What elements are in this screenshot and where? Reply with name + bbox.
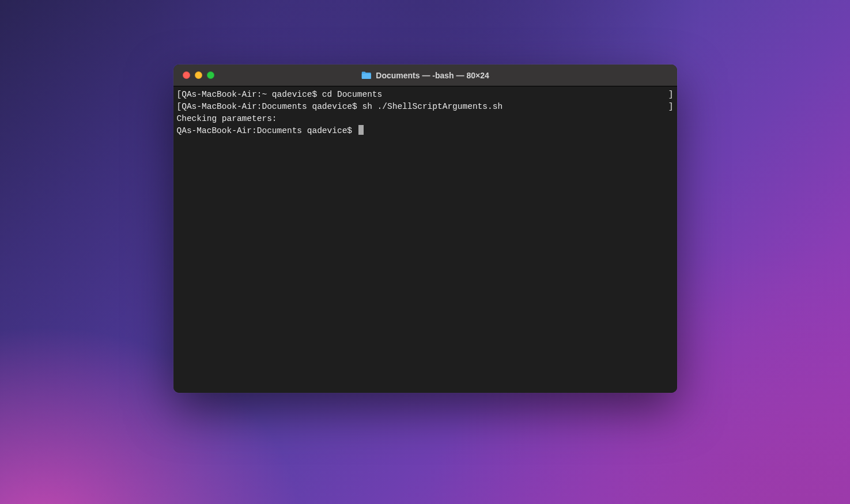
line-bracket-close: ] [668, 89, 674, 101]
terminal-line-text: QAs-MacBook-Air:Documents qadevice$ sh .… [182, 101, 668, 113]
prompt-text: QAs-MacBook-Air:Documents qadevice$ [177, 126, 357, 135]
command-text: cd Documents [322, 90, 382, 99]
terminal-line: [QAs-MacBook-Air:Documents qadevice$ sh … [177, 101, 674, 113]
prompt-text: QAs-MacBook-Air:~ qadevice$ [182, 90, 322, 99]
window-titlebar[interactable]: Documents — -bash — 80×24 [173, 65, 677, 86]
terminal-line: Checking parameters: [177, 113, 674, 125]
close-button[interactable] [183, 71, 190, 79]
traffic-lights [183, 71, 214, 79]
desktop-background: Documents — -bash — 80×24 [QAs-MacBook-A… [0, 0, 850, 504]
prompt-text: QAs-MacBook-Air:Documents qadevice$ [182, 102, 362, 111]
line-bracket-open: [ [177, 89, 182, 101]
window-title-content: Documents — -bash — 80×24 [361, 71, 489, 80]
terminal-line: QAs-MacBook-Air:Documents qadevice$ [177, 125, 674, 137]
output-text: Checking parameters: [177, 114, 277, 123]
terminal-line-text: QAs-MacBook-Air:~ qadevice$ cd Documents [182, 89, 668, 101]
folder-icon [361, 71, 371, 79]
maximize-button[interactable] [207, 71, 214, 79]
terminal-window: Documents — -bash — 80×24 [QAs-MacBook-A… [173, 65, 677, 393]
line-bracket-close: ] [668, 101, 674, 113]
terminal-line: [QAs-MacBook-Air:~ qadevice$ cd Document… [177, 89, 674, 101]
window-title: Documents — -bash — 80×24 [376, 71, 489, 80]
line-bracket-open: [ [177, 101, 182, 113]
terminal-line-text: Checking parameters: [177, 113, 674, 125]
command-text: sh ./ShellScriptArguments.sh [362, 102, 503, 111]
cursor [358, 125, 364, 135]
minimize-button[interactable] [195, 71, 202, 79]
terminal-body[interactable]: [QAs-MacBook-Air:~ qadevice$ cd Document… [173, 86, 677, 393]
terminal-line-text: QAs-MacBook-Air:Documents qadevice$ [177, 125, 674, 137]
